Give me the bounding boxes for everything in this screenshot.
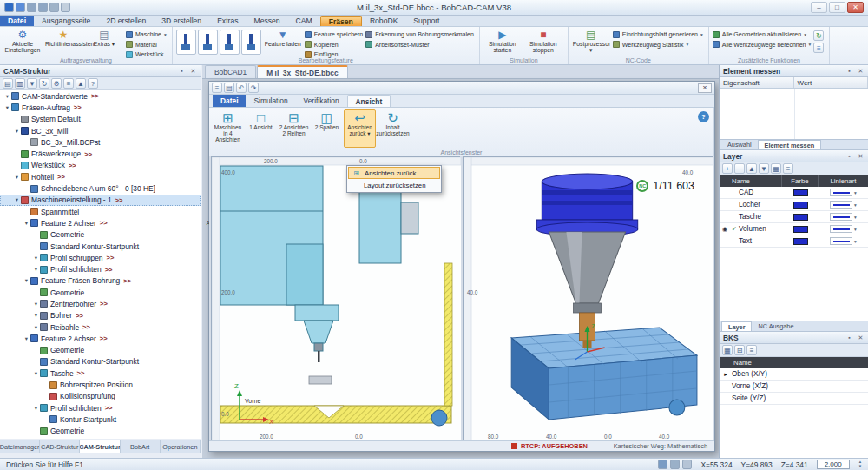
tree-item-profil-schruppen[interactable]: ▾Profil schruppen>>	[0, 252, 201, 263]
stepper-down-icon[interactable]: ▼	[858, 465, 862, 469]
step-stepper[interactable]: ▲ ▼	[858, 460, 862, 468]
layer-linetype[interactable]	[830, 213, 852, 221]
tree-item-tasche[interactable]: ▾Tasche>>	[0, 367, 201, 379]
bks-row-vorne-x-z[interactable]: Vorne (X/Z)	[720, 381, 868, 393]
layer-color-swatch[interactable]	[793, 226, 808, 233]
expand-icon[interactable]: ▾	[32, 255, 40, 261]
tree-item-bc-3x-mill[interactable]: ▾BC_3x_Mill	[0, 125, 201, 136]
ribbon-tab-support[interactable]: Support	[405, 16, 447, 26]
sim-tab-simulation[interactable]: Simulation	[246, 95, 295, 107]
tree-item-spannmittel[interactable]: Spannmittel	[0, 206, 201, 217]
viewport-right[interactable]: Z NC 1/11 603 40.040.080.040.00.040.0	[463, 156, 713, 440]
einrichtungsblatt-generieren-button[interactable]: Einrichtungsblatt generieren▾	[613, 30, 703, 39]
aktuelle-einstellungen-button[interactable]: ⚙Aktuelle Einstellungen	[3, 29, 42, 56]
material-button[interactable]: Material	[126, 41, 167, 50]
richtlinienassistent-button[interactable]: ★Richtlinienassistent	[44, 29, 82, 56]
extras-button[interactable]: ▤Extras ▾	[85, 29, 123, 56]
close-icon[interactable]: ✕	[857, 68, 865, 75]
arbeitsoffset-muster-button[interactable]: Arbeitsoffset-Muster	[365, 41, 474, 50]
expand-icon[interactable]: ▾	[13, 128, 21, 135]
werkzeugweg-statistik-button[interactable]: Werkzeugweg Statistik▾	[613, 41, 703, 50]
tree-item-bohrerspitzen-position[interactable]: Bohrerspitzen Position	[0, 379, 201, 390]
layer-color-swatch[interactable]	[793, 238, 808, 245]
ribbon-tab-extras[interactable]: Extras	[209, 16, 246, 26]
sim-tab-datei[interactable]: Datei	[213, 95, 246, 107]
layer-linetype[interactable]	[830, 225, 852, 233]
layer-linetype[interactable]	[830, 189, 852, 196]
layer-row-volumen[interactable]: ◉✓Volumen▾	[720, 223, 868, 235]
tree-item-geometrie[interactable]: Geometrie	[0, 345, 201, 356]
sim-close-button[interactable]: ✕	[698, 83, 712, 93]
tree-refresh-icon[interactable]: ↻	[39, 78, 49, 89]
help-button[interactable]: ?	[698, 111, 709, 122]
tab-auswahl[interactable]: Auswahl	[721, 140, 758, 149]
tree-list-icon[interactable]: ≡	[63, 78, 74, 89]
sim-button-1-ansicht[interactable]: □1 Ansicht	[245, 109, 277, 148]
sim-button-2-ansichten-2-reihen[interactable]: ⊟2 Ansichten 2 Reihen	[278, 109, 310, 148]
tree-item-cam-standardwerte[interactable]: ▾CAM-Standardwerte>>	[0, 90, 201, 102]
layer-linetype[interactable]	[830, 237, 852, 245]
ribbon-tab-messen[interactable]: Messen	[246, 16, 287, 26]
column-name[interactable]: Name	[720, 357, 868, 368]
tree-item-kontur-startpunkt[interactable]: Kontur Startpunkt	[0, 414, 201, 425]
bks-row-seite-y-z[interactable]: Seite (Y/Z)	[720, 393, 868, 405]
tree-filter-icon[interactable]: ▼	[27, 78, 37, 89]
expand-icon[interactable]: ▾	[13, 196, 21, 203]
linetype-dropdown-icon[interactable]: ▾	[854, 215, 857, 220]
tree-sort-icon[interactable]: ▲	[76, 78, 86, 89]
ribbon-tab-datei[interactable]: Datei	[0, 16, 34, 26]
feature-laden-button[interactable]: ▼Feature laden	[264, 29, 302, 56]
sim-button-inhalt-zurücksetzen[interactable]: ↻Inhalt zurücksetzen	[377, 109, 409, 148]
recalc-toolpaths-icon[interactable]: ≡	[813, 43, 824, 53]
tree-item-geometrie[interactable]: Geometrie	[0, 426, 201, 437]
refresh-geometry-icon[interactable]: ↻	[813, 30, 824, 41]
linetype-dropdown-icon[interactable]: ▾	[854, 227, 857, 232]
panel-tab-cam-struktur[interactable]: CAM-Struktur	[80, 440, 120, 453]
view-sphere-button[interactable]	[669, 400, 685, 415]
view-sphere-button[interactable]	[431, 410, 447, 426]
maschine-button[interactable]: Maschine▾	[126, 30, 167, 39]
tree-item-schneidebene-a-um-60-0-30-he[interactable]: Schneidebene A um 60° - 0 [30 HE]	[0, 182, 201, 194]
tree-item-feature-fräsen-bohrung[interactable]: ▾Feature Fräsen Bohrung>>	[0, 275, 201, 287]
tree-item-reibahle[interactable]: ▾Reibahle>>	[0, 321, 201, 333]
sim-button-2-spalten[interactable]: ◫2 Spalten	[311, 109, 343, 148]
feature-drill-icon[interactable]	[220, 30, 240, 55]
tree-item-fräswerkzeuge[interactable]: Fräswerkzeuge>>	[0, 148, 201, 159]
bks-grid-icon[interactable]: ▦	[722, 345, 733, 355]
sim-undo-icon[interactable]: ↶	[236, 83, 247, 93]
bks-edit-icon[interactable]: ≡	[746, 345, 757, 355]
postprozessor-button[interactable]: ▤Postprozessor ▾	[572, 29, 610, 56]
ribbon-tab-cam[interactable]: CAM	[288, 16, 320, 26]
tree-item-rohteil[interactable]: ▾Rohteil>>	[0, 171, 201, 182]
panel-tab-cad-struktur[interactable]: CAD-Struktur	[40, 440, 80, 453]
layer-row-cad[interactable]: CAD▾	[720, 187, 868, 199]
erkennung-von-bohrungsmerkmalen-button[interactable]: Erkennung von Bohrungsmerkmalen	[365, 30, 474, 39]
layer-row-text[interactable]: Text▾	[720, 235, 868, 248]
close-icon[interactable]: ✕	[857, 153, 865, 160]
expand-icon[interactable]: ▾	[32, 312, 40, 319]
tree-item-geometrie[interactable]: Geometrie	[0, 287, 201, 298]
minimize-button[interactable]: –	[811, 2, 827, 13]
tab-nc-ausgabe[interactable]: NC Ausgabe	[752, 321, 799, 331]
expand-all-icon[interactable]: ▥	[15, 78, 25, 89]
bks-axes-icon[interactable]: ⊞	[734, 345, 745, 355]
pin-icon[interactable]: ▪	[845, 334, 853, 341]
layer-color-swatch[interactable]	[793, 189, 808, 196]
simulation-starten-button[interactable]: ▶Simulation starten	[483, 29, 522, 56]
document-tab-bobcad1[interactable]: BobCAD1	[205, 65, 256, 78]
layer-colors-icon[interactable]: ▦	[771, 163, 781, 174]
expand-icon[interactable]: ▾	[23, 277, 30, 284]
layer-up-icon[interactable]: ▲	[746, 163, 757, 174]
tree-item-profil-schlichten[interactable]: ▾Profil schlichten>>	[0, 402, 201, 414]
ribbon-tab-ausgangsseite[interactable]: Ausgangsseite	[34, 16, 98, 26]
document-tab-m-il-3x-std-de-bbcc[interactable]: M il_3x_Std-DE.bbcc	[257, 65, 347, 78]
layer-linetype[interactable]	[830, 201, 852, 209]
tab-element-messen[interactable]: Element messen	[758, 140, 822, 149]
close-icon[interactable]: ✕	[189, 68, 197, 75]
linetype-dropdown-icon[interactable]: ▾	[854, 190, 857, 195]
tree-item-bohrer[interactable]: ▾Bohrer>>	[0, 310, 201, 321]
feature-speichern-button[interactable]: Feature speichern	[305, 30, 363, 39]
layer-color-swatch[interactable]	[793, 202, 808, 209]
tree-item-standard-kontur-startpunkt[interactable]: Standard Kontur-Startpunkt	[0, 241, 201, 252]
expand-icon[interactable]: ▾	[32, 266, 40, 273]
